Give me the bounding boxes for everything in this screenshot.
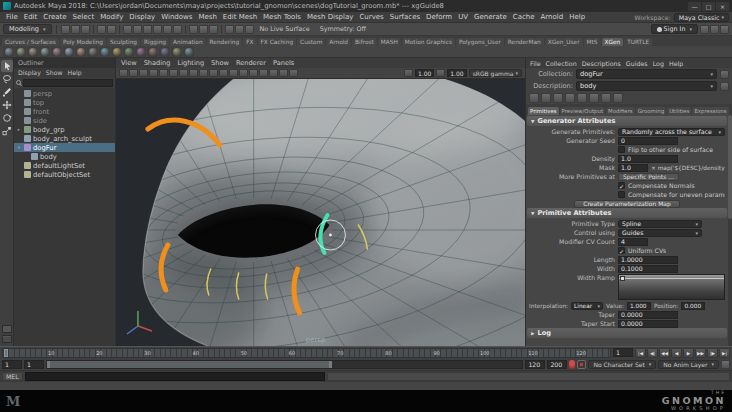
viewport-canvas[interactable]: persp bbox=[116, 79, 525, 346]
shelf-tool-icon[interactable] bbox=[3, 46, 14, 57]
shelf-tab-bifrost[interactable]: Bifrost bbox=[352, 38, 377, 46]
grease-pencil-icon[interactable] bbox=[179, 69, 188, 77]
mask-expression[interactable]: × map('${DESC}/density') bbox=[651, 165, 725, 171]
shelf-tool-icon[interactable] bbox=[147, 46, 158, 57]
sculpt-guides-icon[interactable] bbox=[577, 93, 587, 103]
undo-icon[interactable] bbox=[97, 25, 106, 34]
shelf-tool-icon[interactable] bbox=[51, 46, 62, 57]
menu-mesh[interactable]: Mesh bbox=[195, 13, 219, 21]
select-tool[interactable] bbox=[1, 60, 13, 72]
anim-layer-dropdown[interactable]: No Anim Layer▾ bbox=[658, 360, 719, 369]
film-gate-icon[interactable] bbox=[199, 69, 208, 77]
outliner-item-front[interactable]: front bbox=[14, 107, 115, 116]
menu-display[interactable]: Display bbox=[126, 13, 158, 21]
command-line-output[interactable] bbox=[327, 372, 730, 381]
range-slider-bar[interactable] bbox=[47, 361, 332, 368]
cv-count-input[interactable]: 4 bbox=[618, 238, 648, 246]
camera-select-icon[interactable] bbox=[119, 69, 128, 77]
length-input[interactable]: 1.0000 bbox=[618, 256, 678, 264]
interpolation-dropdown[interactable]: Linear▾ bbox=[571, 302, 603, 310]
shelf-tab-fx[interactable]: FX bbox=[243, 38, 256, 46]
outliner-item-dogfur[interactable]: ▾dogFur bbox=[14, 143, 115, 152]
xgen-tab-modifiers[interactable]: Modifiers bbox=[606, 107, 635, 115]
scale-tool[interactable] bbox=[1, 125, 13, 137]
command-line-input[interactable] bbox=[25, 372, 325, 381]
resolution-gate-icon[interactable] bbox=[209, 69, 218, 77]
menu-deform[interactable]: Deform bbox=[423, 13, 455, 21]
generator-seed-input[interactable]: 0 bbox=[618, 137, 678, 145]
menu-file[interactable]: File bbox=[3, 13, 21, 21]
field-chart-icon[interactable] bbox=[229, 69, 238, 77]
shelf-tool-icon[interactable] bbox=[99, 46, 110, 57]
generator-attributes-header[interactable]: ▼ Generator Attributes bbox=[527, 116, 727, 126]
outliner-item-top[interactable]: top bbox=[14, 98, 115, 107]
prev-key-button[interactable]: ◀◀ bbox=[659, 348, 670, 358]
symmetry-indicator[interactable]: Symmetry: Off bbox=[316, 25, 370, 33]
2d-pan-zoom-icon[interactable] bbox=[169, 69, 178, 77]
isolate-select-icon[interactable] bbox=[259, 69, 268, 77]
exposure-icon[interactable] bbox=[404, 69, 413, 77]
collection-dropdown[interactable]: dogFur▾ bbox=[576, 69, 717, 79]
menu-cache[interactable]: Cache bbox=[510, 13, 538, 21]
generate-primitives-dropdown[interactable]: Randomly across the surface▾ bbox=[618, 128, 725, 136]
outliner-item-defaultobjectset[interactable]: defaultObjectSet bbox=[14, 170, 115, 179]
bookmarks-icon[interactable] bbox=[149, 69, 158, 77]
current-time-indicator[interactable] bbox=[4, 349, 8, 357]
shelf-tab-poly-modeling[interactable]: Poly Modeling bbox=[60, 38, 106, 46]
expand-arrow-icon[interactable]: ▸ bbox=[16, 127, 22, 132]
shelf-tab-animation[interactable]: Animation bbox=[170, 38, 206, 46]
viewport-menu-lighting[interactable]: Lighting bbox=[177, 59, 204, 67]
menu-select[interactable]: Select bbox=[70, 13, 98, 21]
gate-mask-icon[interactable] bbox=[219, 69, 228, 77]
outliner-search-input[interactable] bbox=[23, 79, 113, 87]
auto-keyframe-icon[interactable] bbox=[577, 360, 586, 369]
xgen-tab-utilities[interactable]: Utilities bbox=[667, 107, 691, 115]
outliner-item-body-grp[interactable]: ▸body_grp bbox=[14, 125, 115, 134]
current-frame-field[interactable]: 1 bbox=[613, 348, 633, 357]
xgen-menu-collection[interactable]: Collection bbox=[546, 60, 577, 67]
shelf-tool-icon[interactable] bbox=[171, 46, 182, 57]
construction-history-icon[interactable] bbox=[209, 25, 218, 34]
wireframe-on-shaded-icon[interactable] bbox=[279, 69, 288, 77]
new-scene-icon[interactable] bbox=[61, 25, 70, 34]
flip-checkbox[interactable] bbox=[618, 146, 625, 153]
safe-action-icon[interactable] bbox=[239, 69, 248, 77]
more-primitives-button[interactable]: Specific Points ... bbox=[618, 173, 679, 181]
create-description-icon[interactable] bbox=[720, 82, 729, 91]
next-key-button[interactable]: ▶▶ bbox=[695, 348, 706, 358]
shelf-tab-polygons-user[interactable]: Polygons_User bbox=[456, 38, 504, 46]
menu-uv[interactable]: UV bbox=[455, 13, 471, 21]
create-collection-icon[interactable] bbox=[720, 70, 729, 79]
gamma-icon[interactable] bbox=[436, 69, 445, 77]
go-start-button[interactable]: |◀ bbox=[635, 348, 646, 358]
animation-start-field[interactable]: 1 bbox=[2, 360, 22, 369]
set-key-icon[interactable] bbox=[569, 360, 575, 369]
attach-description-icon[interactable] bbox=[589, 93, 599, 103]
paint-select-tool[interactable] bbox=[1, 86, 13, 98]
close-button[interactable]: × bbox=[716, 2, 729, 11]
maximize-button[interactable]: □ bbox=[702, 2, 715, 11]
taper-input[interactable]: 0.0000 bbox=[618, 311, 678, 319]
channel-box-icon[interactable] bbox=[720, 25, 729, 34]
lasso-tool[interactable] bbox=[1, 73, 13, 85]
viewport-menu-shading[interactable]: Shading bbox=[144, 59, 171, 67]
playback-start-field[interactable]: 1 bbox=[24, 360, 44, 369]
shelf-tab-mts[interactable]: MtS bbox=[584, 38, 601, 46]
menu-surfaces[interactable]: Surfaces bbox=[387, 13, 423, 21]
outliner-menu-help[interactable]: Help bbox=[68, 69, 82, 76]
shelf-tool-icon[interactable] bbox=[27, 46, 38, 57]
export-collection-icon[interactable] bbox=[565, 93, 575, 103]
xgen-menu-file[interactable]: File bbox=[530, 60, 541, 67]
outliner-menu-show[interactable]: Show bbox=[46, 69, 63, 76]
xgen-tab-expressions[interactable]: Expressions bbox=[692, 107, 728, 115]
shelf-tab-rigging[interactable]: Rigging bbox=[141, 38, 169, 46]
snap-point-icon[interactable] bbox=[143, 25, 152, 34]
shelf-tool-icon[interactable] bbox=[75, 46, 86, 57]
shelf-tool-icon[interactable] bbox=[183, 46, 194, 57]
rotate-tool[interactable] bbox=[1, 112, 13, 124]
shelf-tool-icon[interactable] bbox=[111, 46, 122, 57]
shelf-tab-turtle[interactable]: TURTLE bbox=[624, 38, 652, 46]
sign-in-button[interactable]: Sign In▾ bbox=[651, 24, 698, 34]
minimize-button[interactable]: — bbox=[688, 2, 701, 11]
open-scene-icon[interactable] bbox=[71, 25, 80, 34]
